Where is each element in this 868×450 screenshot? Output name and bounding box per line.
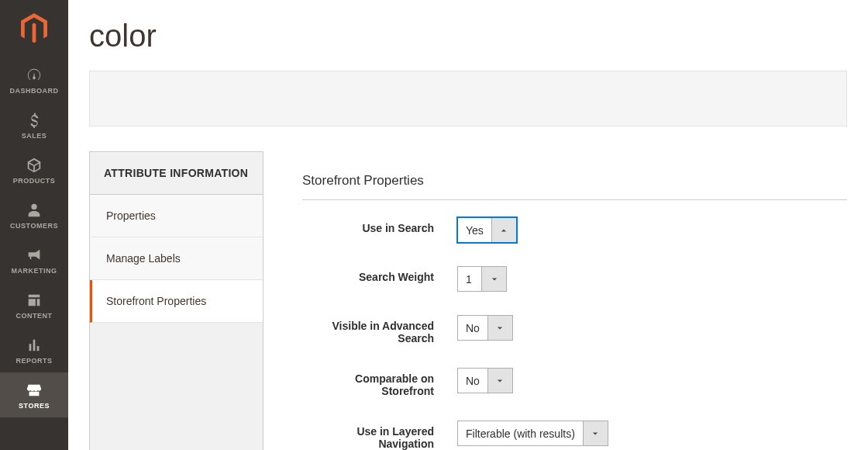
field-comparable: Comparable on Storefront No: [302, 368, 847, 397]
tab-storefront-properties[interactable]: Storefront Properties: [90, 280, 263, 323]
products-icon: [26, 157, 43, 174]
customers-icon: [26, 202, 43, 219]
sidebar-item-content[interactable]: CONTENT: [0, 282, 68, 327]
sidebar-item-marketing[interactable]: MARKETING: [0, 237, 68, 282]
sidebar-item-reports[interactable]: REPORTS: [0, 327, 68, 372]
sidebar-item-products[interactable]: PRODUCTS: [0, 147, 68, 192]
main-content: color ATTRIBUTE INFORMATION Properties M…: [68, 0, 868, 450]
sidebar-item-customers[interactable]: CUSTOMERS: [0, 192, 68, 237]
field-layered-nav: Use in Layered Navigation Filterable (wi…: [302, 421, 847, 450]
label-visible-advanced: Visible in Advanced Search: [302, 315, 457, 344]
tabs-header: ATTRIBUTE INFORMATION: [90, 152, 263, 195]
chevron-down-icon[interactable]: [487, 316, 512, 340]
stores-icon: [26, 382, 43, 399]
select-search-weight[interactable]: 1: [457, 266, 507, 292]
label-use-in-search: Use in Search: [302, 217, 457, 234]
tab-properties[interactable]: Properties: [90, 195, 263, 237]
label-layered-nav: Use in Layered Navigation: [302, 421, 457, 450]
select-comparable[interactable]: No: [457, 368, 513, 393]
content-icon: [26, 292, 43, 309]
select-use-in-search[interactable]: Yes: [457, 217, 517, 243]
admin-sidebar: DASHBOARD SALES PRODUCTS CUSTOMERS MARKE…: [0, 0, 68, 450]
chevron-down-icon[interactable]: [487, 369, 512, 393]
sidebar-item-dashboard[interactable]: DASHBOARD: [0, 57, 68, 102]
label-search-weight: Search Weight: [302, 266, 457, 283]
reports-icon: [26, 337, 43, 354]
marketing-icon: [26, 247, 43, 264]
page-title: color: [89, 19, 847, 54]
select-layered-nav[interactable]: Filterable (with results): [457, 421, 608, 446]
sidebar-item-sales[interactable]: SALES: [0, 102, 68, 147]
field-visible-advanced: Visible in Advanced Search No: [302, 315, 847, 344]
sidebar-item-stores[interactable]: STORES: [0, 372, 68, 417]
chevron-down-icon[interactable]: [583, 421, 608, 445]
chevron-up-icon[interactable]: [491, 218, 516, 242]
field-use-in-search: Use in Search Yes: [302, 217, 847, 243]
field-search-weight: Search Weight 1: [302, 266, 847, 292]
magento-logo[interactable]: [0, 0, 68, 57]
chevron-down-icon[interactable]: [481, 267, 506, 291]
tab-manage-labels[interactable]: Manage Labels: [90, 237, 263, 280]
form-area: Storefront Properties Use in Search Yes …: [302, 151, 847, 450]
label-comparable: Comparable on Storefront: [302, 368, 457, 397]
attribute-tabs: ATTRIBUTE INFORMATION Properties Manage …: [89, 151, 264, 450]
dashboard-icon: [26, 67, 43, 84]
section-title: Storefront Properties: [302, 173, 847, 200]
sales-icon: [26, 112, 43, 129]
message-banner: [89, 71, 847, 126]
select-visible-advanced[interactable]: No: [457, 315, 513, 341]
